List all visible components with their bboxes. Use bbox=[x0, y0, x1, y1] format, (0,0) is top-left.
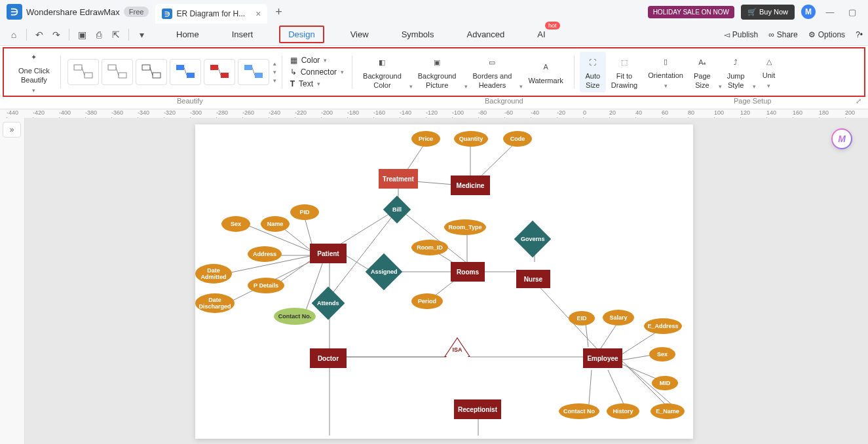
attr-sex[interactable]: Sex bbox=[221, 216, 250, 232]
expand-panel-button[interactable]: » bbox=[3, 122, 21, 138]
svg-line-8 bbox=[150, 67, 153, 75]
share-button[interactable]: ∞Share bbox=[768, 30, 798, 39]
attr-quantity[interactable]: Quantity bbox=[454, 131, 488, 147]
rel-assigned[interactable]: Assigned bbox=[366, 253, 403, 291]
attr-room-id[interactable]: Room_ID bbox=[411, 240, 448, 255]
attr-contact-no[interactable]: Contact No. bbox=[274, 308, 316, 325]
rel-attends[interactable]: Attends bbox=[312, 287, 345, 320]
entity-nurse[interactable]: Nurse bbox=[516, 270, 550, 288]
rel-bill[interactable]: Bill bbox=[383, 196, 411, 223]
color-dropdown[interactable]: ▦Color▾ bbox=[290, 56, 344, 65]
attr-salary[interactable]: Salary bbox=[603, 310, 634, 325]
attr-pid[interactable]: PID bbox=[290, 204, 319, 220]
text-dropdown[interactable]: TText▾ bbox=[290, 79, 344, 88]
section-background: Background bbox=[485, 97, 523, 105]
menu-insert[interactable]: Insert bbox=[225, 26, 260, 43]
jump-style-button[interactable]: ⤴Jump Style bbox=[722, 52, 750, 93]
menu-design[interactable]: Design bbox=[279, 26, 324, 43]
style-preset-4[interactable] bbox=[170, 59, 201, 85]
attr-date-discharged[interactable]: Date Discharged bbox=[195, 293, 235, 313]
style-preset-1[interactable] bbox=[67, 59, 99, 85]
expand-pagesetup-icon[interactable]: ⤢ bbox=[856, 97, 861, 105]
watermark-button[interactable]: AWatermark bbox=[523, 56, 568, 88]
entity-treatment[interactable]: Treatment bbox=[379, 169, 418, 189]
svg-rect-0 bbox=[74, 65, 82, 70]
attr-code[interactable]: Code bbox=[503, 131, 532, 147]
attr-emp-sex[interactable]: Sex bbox=[649, 347, 675, 361]
chevron-down-icon[interactable]: ▾ bbox=[753, 83, 756, 92]
app-name: Wondershare EdrawMax bbox=[26, 7, 120, 17]
attr-date-admitted[interactable]: Date Admitted bbox=[195, 264, 232, 284]
attr-eid[interactable]: EID bbox=[569, 311, 595, 325]
menu-advanced[interactable]: Advanced bbox=[460, 26, 511, 43]
connector-dropdown[interactable]: ↳Connector▾ bbox=[290, 67, 344, 77]
options-button[interactable]: ⚙Options bbox=[808, 30, 845, 39]
canvas-area: » bbox=[0, 118, 868, 444]
style-preset-6[interactable] bbox=[238, 59, 269, 85]
style-down-icon[interactable]: ▾ bbox=[273, 69, 276, 75]
add-tab-button[interactable]: + bbox=[275, 5, 282, 19]
attr-mid[interactable]: MID bbox=[652, 376, 678, 390]
entity-employee[interactable]: Employee bbox=[583, 348, 622, 368]
tab-close-icon[interactable]: × bbox=[255, 9, 261, 19]
drawing-page[interactable]: Price Quantity Code Treatment Medicine B… bbox=[195, 124, 693, 439]
background-color-button[interactable]: ◧Background Color bbox=[358, 52, 407, 93]
attr-p-details[interactable]: P Details bbox=[248, 278, 284, 293]
document-tab[interactable]: ∋ ER Diagram for H... × bbox=[155, 4, 267, 24]
attr-e-name[interactable]: E_Name bbox=[651, 403, 685, 419]
fit-to-drawing-button[interactable]: ⬚Fit to Drawing bbox=[606, 52, 643, 93]
style-preset-2[interactable] bbox=[102, 59, 133, 85]
style-more-icon[interactable]: ▾ bbox=[273, 77, 276, 84]
entity-medicine[interactable]: Medicine bbox=[451, 176, 490, 195]
publish-icon: ◅ bbox=[724, 30, 730, 39]
style-preset-3[interactable] bbox=[136, 59, 167, 85]
export-icon[interactable]: ⇱ bbox=[107, 29, 124, 40]
svg-line-24 bbox=[398, 208, 470, 266]
menu-view[interactable]: View bbox=[344, 26, 375, 43]
style-up-icon[interactable]: ▴ bbox=[273, 60, 276, 67]
home-icon[interactable]: ⌂ bbox=[5, 29, 22, 40]
entity-doctor[interactable]: Doctor bbox=[310, 348, 347, 368]
save-icon[interactable]: ▣ bbox=[73, 29, 90, 40]
orientation-button[interactable]: ▯Orientation▾ bbox=[643, 51, 689, 93]
publish-button[interactable]: ◅Publish bbox=[724, 30, 758, 39]
canvas-viewport[interactable]: Price Quantity Code Treatment Medicine B… bbox=[25, 118, 868, 444]
attr-emp-contact[interactable]: Contact No bbox=[559, 403, 599, 419]
holiday-sale-badge[interactable]: HOLIDAY SALE ON NOW bbox=[648, 6, 734, 18]
attr-room-type[interactable]: Room_Type bbox=[444, 219, 486, 235]
title-bar: ∋ Wondershare EdrawMax Free ∋ ER Diagram… bbox=[0, 0, 868, 24]
print-icon[interactable]: ⎙ bbox=[90, 29, 107, 40]
undo-icon[interactable]: ↶ bbox=[31, 29, 48, 40]
attr-period[interactable]: Period bbox=[411, 293, 443, 309]
buy-now-button[interactable]: 🛒Buy Now bbox=[741, 5, 795, 20]
cart-icon: 🛒 bbox=[747, 8, 757, 16]
rel-governs[interactable]: Governs bbox=[514, 221, 552, 258]
attr-address[interactable]: Address bbox=[248, 246, 282, 262]
maximize-button[interactable]: ▢ bbox=[844, 7, 860, 17]
unit-button[interactable]: △Unit▾ bbox=[756, 51, 782, 93]
isa-node[interactable]: ISA bbox=[444, 337, 470, 360]
more-icon[interactable]: ▾ bbox=[133, 29, 150, 40]
entity-rooms[interactable]: Rooms bbox=[451, 262, 485, 282]
attr-history[interactable]: History bbox=[607, 403, 639, 419]
style-preset-5[interactable] bbox=[204, 59, 235, 85]
one-click-beautify-button[interactable]: ✦ One Click Beautify ▾ bbox=[13, 46, 55, 98]
auto-size-button[interactable]: ⛶Auto Size bbox=[580, 52, 606, 93]
menu-symbols[interactable]: Symbols bbox=[395, 26, 441, 43]
user-avatar[interactable]: M bbox=[801, 5, 816, 19]
background-picture-button[interactable]: ▣Background Picture bbox=[413, 52, 462, 93]
attr-name[interactable]: Name bbox=[261, 216, 290, 232]
ai-assistant-button[interactable]: M bbox=[831, 128, 852, 149]
borders-headers-button[interactable]: ▭Borders and Headers bbox=[468, 52, 518, 93]
page-size-button[interactable]: A₄Page Size bbox=[689, 52, 716, 93]
menu-ai[interactable]: AIhot bbox=[531, 26, 552, 43]
help-button[interactable]: ?• bbox=[856, 30, 863, 39]
attr-e-address[interactable]: E_Address bbox=[644, 318, 682, 334]
entity-receptionist[interactable]: Receptionist bbox=[454, 399, 501, 419]
menu-home[interactable]: Home bbox=[170, 26, 206, 43]
attr-price[interactable]: Price bbox=[411, 131, 440, 147]
redo-icon[interactable]: ↷ bbox=[48, 29, 65, 40]
entity-patient[interactable]: Patient bbox=[310, 244, 347, 263]
minimize-button[interactable]: — bbox=[822, 7, 838, 17]
left-gutter: » bbox=[0, 118, 25, 444]
